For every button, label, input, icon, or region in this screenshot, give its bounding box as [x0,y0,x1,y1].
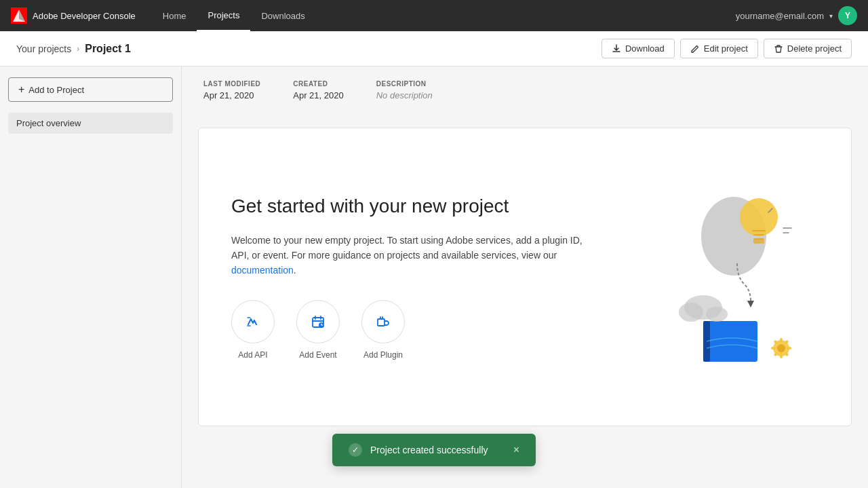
add-to-project-button[interactable]: + Add to Project [8,77,173,102]
svg-point-23 [706,307,728,322]
meta-last-modified: LAST MODIFIED Apr 21, 2020 [203,80,260,100]
add-to-project-label: Add to Project [28,85,84,95]
meta-description: DESCRIPTION No description [376,80,433,100]
plugin-icon [374,312,393,331]
project-description: Welcome to your new empty project. To st… [231,233,584,278]
svg-rect-16 [786,347,791,350]
toast-check-icon: ✓ [349,443,362,457]
avatar: Y [838,6,857,25]
navbar-links: Home Projects Downloads [152,0,719,31]
delete-project-button[interactable]: Delete project [764,39,852,58]
user-email: yourname@email.com [736,11,824,21]
last-modified-value: Apr 21, 2020 [203,90,260,100]
svg-point-12 [777,344,785,352]
plus-icon: + [18,83,24,96]
toast-message: Project created successfully [370,445,505,455]
svg-rect-8 [753,238,764,244]
toast-notification: ✓ Project created successfully × [332,434,536,466]
user-menu[interactable]: yourname@email.com ▾ Y [736,6,857,25]
sidebar-item-overview[interactable]: Project overview [8,113,173,134]
created-label: CREATED [293,80,343,88]
brand-label: Adobe Developer Console [33,11,136,21]
download-icon [612,44,621,54]
add-api-icon-circle [231,300,275,343]
created-value: Apr 21, 2020 [293,90,343,100]
breadcrumb-current: Project 1 [85,43,131,55]
svg-rect-5 [378,319,384,326]
brand: Adobe Developer Console [11,7,136,24]
trash-icon [774,44,783,54]
breadcrumb-separator: › [77,44,79,54]
main-content: LAST MODIFIED Apr 21, 2020 CREATED Apr 2… [182,67,868,488]
nav-projects[interactable]: Projects [197,0,250,31]
project-heading: Get started with your new project [231,194,584,219]
adobe-logo-icon [11,7,27,24]
project-card: Get started with your new project Welcom… [198,128,852,426]
download-label: Download [625,43,665,54]
breadcrumb-parent[interactable]: Your projects [16,43,71,54]
download-button[interactable]: Download [601,39,675,58]
description-value: No description [376,90,433,100]
svg-point-22 [679,303,703,322]
sidebar-item-overview-label: Project overview [16,118,81,128]
add-api-label: Add API [238,350,267,360]
breadcrumb-actions: Download Edit project Delete project [601,39,852,58]
svg-rect-9 [707,321,757,362]
chevron-down-icon: ▾ [829,12,833,20]
edit-icon [690,44,700,54]
edit-project-button[interactable]: Edit project [680,39,758,58]
description-label: DESCRIPTION [376,80,433,88]
navbar: Adobe Developer Console Home Projects Do… [0,0,868,31]
meta-created: CREATED Apr 21, 2020 [293,80,343,100]
edit-label: Edit project [704,43,748,54]
project-card-content: Get started with your new project Welcom… [231,194,584,360]
svg-rect-13 [780,338,783,343]
api-icon [243,312,262,331]
project-meta: LAST MODIFIED Apr 21, 2020 CREATED Apr 2… [198,80,852,111]
event-icon [309,312,328,331]
delete-label: Delete project [787,43,842,54]
add-event-label: Add Event [299,350,336,360]
last-modified-label: LAST MODIFIED [203,80,260,88]
breadcrumb-bar: Your projects › Project 1 Download Edit … [0,31,868,67]
svg-rect-15 [771,347,776,350]
breadcrumb: Your projects › Project 1 [16,43,131,55]
nav-home[interactable]: Home [152,0,197,31]
add-plugin-icon-circle [361,300,405,343]
body-text: Welcome to your new empty project. To st… [231,235,583,261]
add-event-icon-circle [296,300,340,343]
documentation-link[interactable]: documentation [231,265,294,276]
doc-suffix: . [294,265,296,276]
project-illustration [629,175,818,379]
add-event-item[interactable]: Add Event [296,300,340,360]
add-plugin-item[interactable]: Add Plugin [361,300,405,360]
content-area: + Add to Project Project overview LAST M… [0,67,868,488]
add-api-item[interactable]: Add API [231,300,275,360]
toast-close-button[interactable]: × [513,444,519,456]
add-plugin-label: Add Plugin [363,350,403,360]
action-icons: Add API Add Event [231,300,584,360]
sidebar: + Add to Project Project overview [0,67,182,488]
nav-downloads[interactable]: Downloads [250,0,315,31]
svg-rect-14 [780,353,783,358]
